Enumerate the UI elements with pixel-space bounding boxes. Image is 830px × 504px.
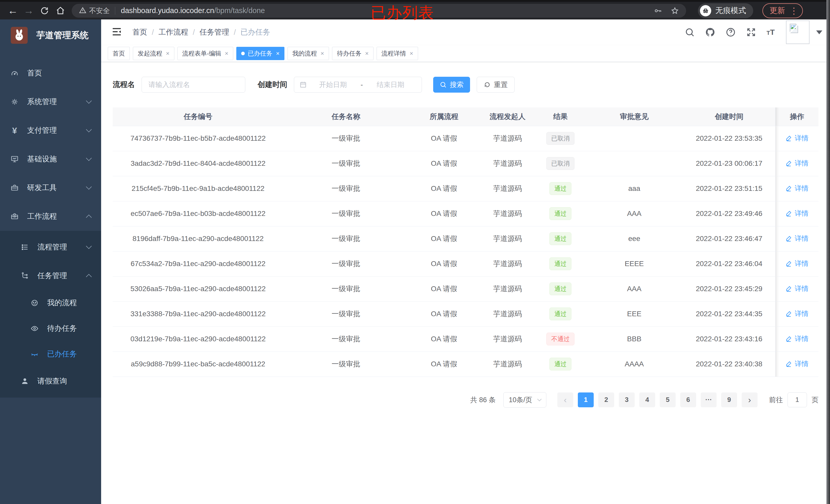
detail-link[interactable]: 详情 [786,334,808,343]
result-badge: 不通过 [546,333,574,345]
sidebar-item-home[interactable]: 首页 [0,59,101,88]
process-name-input[interactable] [141,77,245,93]
pagination-more-button[interactable]: ··· [701,393,716,407]
date-range-picker[interactable]: 开始日期 - 结束日期 [294,77,422,93]
sidebar-item-my-process[interactable]: 我的流程 [0,290,101,316]
col-comment: 审批意见 [585,107,683,126]
page-button-3[interactable]: 3 [619,393,635,407]
tab-done-tasks[interactable]: 已办任务× [236,47,284,60]
chevron-down-icon [86,155,92,161]
detail-link[interactable]: 详情 [786,134,808,143]
col-action: 操作 [775,107,819,126]
table-row: 67c534a2-7b9a-11ec-a290-acde48001122一级审批… [113,251,819,276]
flow-icon [21,271,29,280]
search-icon[interactable] [684,27,695,37]
breadcrumb-home[interactable]: 首页 [132,27,147,37]
close-icon[interactable]: × [166,50,169,57]
page-content: 流程名 创建时间 开始日期 - 结束日期 搜索 [101,62,830,504]
goto-label: 前往 [769,395,783,404]
detail-link[interactable]: 详情 [786,309,808,318]
detail-link[interactable]: 详情 [786,359,808,368]
caret-down-icon[interactable] [816,30,822,34]
breadcrumb-task-management[interactable]: 任务管理 [199,27,229,37]
tab-form-edit[interactable]: 流程表单-编辑× [178,47,233,60]
page-button-1[interactable]: 1 [578,393,594,407]
result-badge: 通过 [549,232,571,245]
col-process: 所属流程 [408,107,480,126]
detail-link[interactable]: 详情 [786,284,808,293]
home-icon[interactable] [54,4,67,18]
next-page-button[interactable]: › [742,393,758,407]
browser-menu-icon[interactable]: ⋮ [790,6,798,16]
detail-link[interactable]: 详情 [786,234,808,243]
tab-home[interactable]: 首页 [108,47,130,60]
font-size-icon[interactable]: TT [767,28,775,37]
page-button-9[interactable]: 9 [721,393,737,407]
tab-todo-tasks[interactable]: 待办任务× [332,47,374,60]
logo[interactable]: 芋道管理系统 [0,20,101,51]
close-icon[interactable]: × [410,50,413,57]
back-icon[interactable]: ← [6,4,20,18]
reload-icon[interactable] [38,4,51,18]
reset-button[interactable]: 重置 [477,77,515,93]
sidebar-item-system[interactable]: 系统管理 [0,88,101,116]
detail-link[interactable]: 详情 [786,209,808,218]
page-button-6[interactable]: 6 [680,393,696,407]
sidebar-item-payment[interactable]: ¥ 支付管理 [0,116,101,145]
result-badge: 通过 [549,358,571,370]
prev-page-button[interactable]: ‹ [557,393,573,407]
update-button[interactable]: 更新 ⋮ [762,3,803,18]
end-date-placeholder[interactable]: 结束日期 [364,80,417,89]
edit-icon [786,210,792,217]
incognito-icon [700,5,711,16]
annotation-text: 已办列表 [371,3,434,23]
sidebar-item-infrastructure[interactable]: 基础设施 [0,145,101,173]
col-create-time: 创建时间 [683,107,775,126]
chevron-up-icon [86,215,92,221]
calendar-icon [299,81,307,89]
detail-link[interactable]: 详情 [786,259,808,268]
sidebar-item-workflow[interactable]: 工作流程 [0,202,101,231]
edit-icon [786,260,792,267]
page-button-4[interactable]: 4 [639,393,655,407]
fullscreen-icon[interactable] [746,27,756,37]
page-button-2[interactable]: 2 [598,393,614,407]
chevron-down-icon [86,98,92,104]
edit-icon [786,361,792,367]
forward-icon[interactable]: → [22,4,35,18]
chevron-down-icon [537,397,541,401]
detail-link[interactable]: 详情 [786,159,808,168]
avatar[interactable] [786,21,809,44]
breadcrumb-workflow[interactable]: 工作流程 [158,27,188,37]
start-date-placeholder[interactable]: 开始日期 [307,80,359,89]
detail-link[interactable]: 详情 [786,184,808,193]
page-button-5[interactable]: 5 [660,393,676,407]
monitor-icon [10,155,19,164]
briefcase-icon [10,212,19,221]
window-scrollbar[interactable] [826,0,830,504]
search-button[interactable]: 搜索 [433,77,470,93]
help-icon[interactable] [726,27,736,37]
close-icon[interactable]: × [225,50,228,57]
tab-process-detail[interactable]: 流程详情× [377,47,418,60]
close-icon[interactable]: × [276,50,280,57]
tab-my-process[interactable]: 我的流程× [288,47,329,60]
key-icon[interactable] [654,7,662,15]
sidebar-item-devtools[interactable]: 研发工具 [0,173,101,202]
sidebar-item-task-management[interactable]: 任务管理 [0,262,101,290]
close-icon[interactable]: × [321,50,324,57]
sidebar-item-leave-query[interactable]: 请假查询 [0,367,101,396]
bookmark-star-icon[interactable] [671,7,679,15]
sidebar-collapse-icon[interactable] [111,26,122,38]
github-icon[interactable] [705,27,715,37]
close-icon[interactable]: × [365,50,369,57]
sidebar-item-todo-tasks[interactable]: 待办任务 [0,316,101,341]
tab-start-process[interactable]: 发起流程× [133,47,174,60]
page-size-select[interactable]: 10条/页 [503,392,546,408]
goto-page-input[interactable] [788,393,807,407]
security-label[interactable]: 不安全 [89,6,110,15]
sidebar-item-process-management[interactable]: 流程管理 [0,233,101,262]
sidebar-item-done-tasks[interactable]: 已办任务 [0,341,101,367]
page-unit-label: 页 [811,395,819,404]
chevron-up-icon [86,274,92,280]
